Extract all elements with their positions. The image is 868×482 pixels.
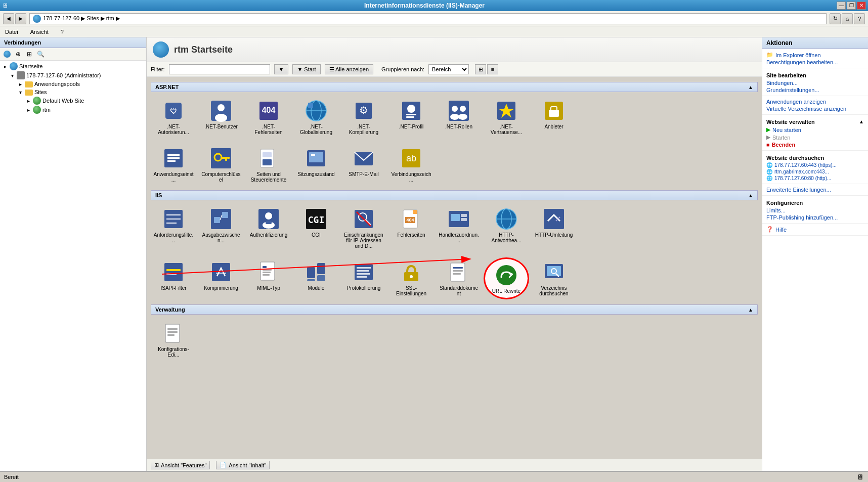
action-explorer-link[interactable]: 📁 Im Explorer öffnen [766,51,864,59]
icon-connstr[interactable]: ab Verbindungszeich... [388,144,434,185]
home-button[interactable]: ⌂ [842,13,853,24]
rtm-globe-icon [153,41,169,58]
menu-ansicht[interactable]: Ansicht [28,28,51,36]
menu-datei[interactable]: Datei [3,28,20,36]
icon-einschr[interactable]: Einschränkungen für IP-Adressen und D... [341,204,386,251]
browse3-icon: 🌐 [766,176,772,181]
icon-net-trust[interactable]: .NET-Vertrauense... [484,96,529,138]
icon-pages[interactable]: Seiten und Steuerelemente [246,144,291,185]
toolbar-add-btn[interactable]: ⊕ [13,49,23,59]
icon-comp-key[interactable]: Computerschlüssel [198,144,244,185]
filter-input[interactable] [169,64,270,74]
aspnet-collapse-btn[interactable]: ▲ [748,84,753,90]
icon-session[interactable]: Sitzungszustand [293,144,339,185]
manage-collapse-btn[interactable]: ▲ [859,119,864,124]
action-restart-link[interactable]: ▶ Neu starten [766,126,864,134]
icon-komprim[interactable]: Komprimierung [198,257,244,299]
icon-net-profil[interactable]: .NET-Profil [388,96,434,138]
icon-ssl[interactable]: SSL-Einstellungen [388,257,434,299]
svg-rect-95 [357,273,370,275]
icon-anbieter[interactable]: Anbieter [531,96,577,138]
toolbar-globe-btn[interactable] [2,49,12,59]
close-button[interactable]: ✕ [857,2,866,10]
icon-module[interactable]: Module [293,257,339,299]
action-browse3-link[interactable]: 🌐 178.77.127.60:80 (http)... [766,175,864,182]
help-button[interactable]: ? [854,13,865,24]
iis-collapse-btn[interactable]: ▲ [748,193,753,198]
tree-item-anwendungspools[interactable]: ▸ Anwendungspools [1,80,145,88]
icon-protokoll[interactable]: Protokollierung [341,257,386,299]
action-browse2-link[interactable]: 🌐 rtm.gabrimax.com:443... [766,168,864,175]
icon-anforder[interactable]: Anforderungsfilte... [151,204,196,251]
icon-http-ant[interactable]: HTTP-Antworthea... [484,204,529,251]
action-ftp-link[interactable]: FTP-Publishing hinzufügen... [766,214,864,221]
refresh-button[interactable]: ↻ [830,13,841,24]
iis-icons-row2: ISAPI-Filter Komprimierung MIME-Typ [151,255,758,303]
action-show-vdirs-link[interactable]: Virtuelle Verzeichnisse anzeigen [766,105,864,112]
action-help-link[interactable]: ❓ Hilfe [766,226,864,233]
icon-konfig[interactable]: Konfigrations-Edi... [151,319,196,360]
action-show-apps-link[interactable]: Anwendungen anzeigen [766,98,864,105]
icon-net-rollen[interactable]: .NET-Rollen [436,96,482,138]
action-bindings-link[interactable]: Bindungen... [766,79,864,86]
tree-item-sites[interactable]: ▾ Sites [1,88,145,96]
nav-buttons: ◀ ▶ [3,13,26,24]
features-view-btn[interactable]: ⊞ Ansicht "Features" [151,461,210,469]
section-iis[interactable]: IIS ▲ [151,190,758,200]
tree-item-server[interactable]: ▾ 178-77-127-60 (Administrator) [1,71,145,80]
icon-fehlerseiten[interactable]: 404 Fehlerseiten [388,204,434,251]
grid-view-btn[interactable]: ⊞ [475,64,486,74]
icon-ausgabe[interactable]: Ausgabezwischen... [198,204,244,251]
address-field[interactable]: 178-77-127-60 ▶ Sites ▶ rtm ▶ [29,13,827,24]
icon-url-rewrite[interactable]: URL Rewrite [484,257,529,299]
action-stop-link[interactable]: ■ Beenden [766,141,864,148]
action-limits-link[interactable]: Limits... [766,207,864,214]
back-button[interactable]: ◀ [3,13,14,24]
icon-standarddok[interactable]: Standarddokument [436,257,482,299]
icon-anw-einst[interactable]: Anwendungseinst... [151,144,196,185]
menu-help[interactable]: ? [59,28,66,36]
group-dropdown[interactable]: Bereich [428,64,469,74]
svg-rect-96 [357,276,367,278]
action-permissions-link[interactable]: Berechtigungen bearbeiten... [766,59,864,66]
list-view-btn[interactable]: ≡ [487,64,498,74]
icon-http-ant-label: HTTP-Antworthea... [486,232,527,243]
svg-rect-57 [266,221,272,224]
icon-mime[interactable]: MIME-Typ [246,257,291,299]
icon-net-errors[interactable]: 404 .NET-Fehlerseiten [246,96,291,138]
iis-icons-row1: Anforderungsfilte... Ausgabezwischen... … [151,202,758,255]
toolbar-refresh-btn[interactable]: ⊞ [24,49,34,59]
icon-net-user[interactable]: .NET-Benutzer [198,96,244,138]
icon-cgi[interactable]: CGI CGI [293,204,339,251]
icon-net-glob[interactable]: .NET-Globalisierung [293,96,339,138]
action-basic-settings-link[interactable]: Grundeinstellungen... [766,86,864,94]
icon-auth[interactable]: Authentifizierung [246,204,291,251]
icon-net-auth[interactable]: 🛡 .NET-Autorisierun... [151,96,196,138]
verwaltung-collapse-btn[interactable]: ▲ [748,307,753,313]
action-browse1-link[interactable]: 🌐 178.77.127.60:443 (https)... [766,162,864,168]
icon-handler[interactable]: Handlerzuordnun... [436,204,482,251]
icon-net-kompil[interactable]: ⚙ .NET-Kompilierung [341,96,386,138]
restore-button[interactable]: ❐ [847,2,856,10]
tree-item-startseite[interactable]: ▸ Startseite [1,62,145,71]
icon-http-uml[interactable]: HTTP-Umleitung [531,204,577,251]
forward-button[interactable]: ▶ [15,13,26,24]
icon-smtp[interactable]: SMTP-E-Mail [341,144,386,185]
content-icon: 📄 [220,462,227,468]
server-icon [17,71,25,79]
tree-item-rtm[interactable]: ▸ rtm [1,105,145,114]
filter-dropdown-btn[interactable]: ▼ [274,64,289,74]
action-adv-settings-link[interactable]: Erweiterte Einstellungen... [766,186,864,193]
section-aspnet[interactable]: ASP.NET ▲ [151,82,758,92]
minimize-button[interactable]: — [837,2,846,10]
svg-rect-42 [311,154,315,156]
content-view-btn[interactable]: 📄 Ansicht "Inhalt" [216,461,270,469]
start-btn[interactable]: ▼ Start [292,64,320,74]
actions-section-browse: Website durchsuchen 🌐 178.77.127.60:443 … [762,151,868,184]
toolbar-search-btn[interactable]: 🔍 [35,49,46,59]
icon-verzeichnis[interactable]: Verzeichnis durchsuchen [531,257,577,299]
icon-isapi[interactable]: ISAPI-Filter [151,257,196,299]
section-verwaltung[interactable]: Verwaltung ▲ [151,304,758,315]
tree-item-default-site[interactable]: ▸ Default Web Site [1,96,145,105]
show-all-btn[interactable]: ☰ Alle anzeigen [325,64,374,74]
